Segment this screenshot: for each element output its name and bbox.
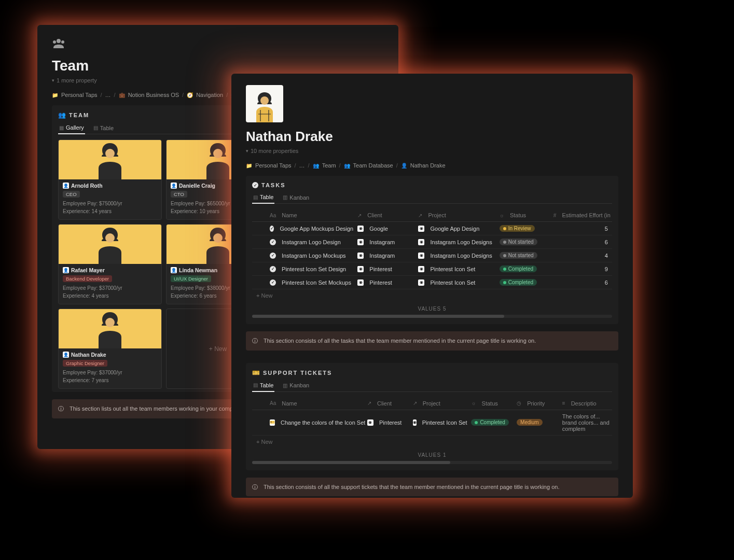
role-tag: CTO xyxy=(171,191,187,198)
avatar-cover xyxy=(59,225,161,264)
check-icon: ✓ xyxy=(252,182,258,188)
horizontal-scrollbar[interactable] xyxy=(252,461,612,464)
project-icon: ◉ xyxy=(418,266,424,272)
kanban-icon: ▥ xyxy=(283,383,287,388)
tickets-database: 🎫SUPPORT TICKETS ▤Table ▥Kanban Aa Name … xyxy=(246,363,618,470)
team-card[interactable]: 👤Rafael MayerBackend DeveloperEmployee P… xyxy=(58,224,162,304)
svg-point-6 xyxy=(105,233,115,243)
team-card[interactable]: 👤Arnold RothCEOEmployee Pay: $75000/yrEx… xyxy=(58,139,162,220)
check-icon: ✓ xyxy=(270,226,274,232)
table-row[interactable]: 🎫 Change the colors of the Icon Set to d… xyxy=(252,410,612,436)
new-row-button[interactable]: + New xyxy=(252,436,612,448)
person-icon: 👤 xyxy=(171,183,177,189)
more-properties-toggle[interactable]: ▾ 10 more properties xyxy=(246,148,618,154)
kanban-icon: ▥ xyxy=(283,194,287,200)
table-row[interactable]: ✓ Pinterest Icon Set Design◉ Pinterest◉ … xyxy=(252,262,612,276)
db-title[interactable]: TASKS xyxy=(261,182,285,188)
project-icon: ◉ xyxy=(413,419,417,426)
db-title[interactable]: SUPPORT TICKETS xyxy=(263,370,332,376)
exp-text: Experience: 14 years xyxy=(63,207,157,215)
ticket-icon: 🎫 xyxy=(252,369,260,376)
exp-text: Experience: 4 years xyxy=(63,292,157,300)
info-text: This section consists of all the tasks t… xyxy=(264,337,536,345)
member-name: Linda Newman xyxy=(179,267,217,273)
table-row[interactable]: ✓ Instagram Logo Mockups◉ Instagram◉ Ins… xyxy=(252,249,612,262)
client-icon: ◉ xyxy=(367,419,373,426)
status-badge: Completed xyxy=(500,265,537,272)
person-icon: 👤 xyxy=(171,267,177,273)
svg-point-4 xyxy=(213,149,223,158)
check-icon: ✓ xyxy=(270,239,276,245)
view-table[interactable]: ▤Table xyxy=(252,380,274,392)
avatar-cover xyxy=(59,309,161,348)
member-name: Rafael Mayer xyxy=(71,267,105,273)
status-badge: Completed xyxy=(500,279,537,286)
effort-value: 4 xyxy=(551,253,612,259)
table-header: Aa Name ↗ Client ↗ Project ☼ Status ◷ Pr… xyxy=(252,397,612,410)
svg-point-7 xyxy=(213,233,223,243)
team-icon: 👥 xyxy=(58,111,66,119)
desc-text: The colors of... brand colors... and com… xyxy=(560,413,612,432)
table-header: Aa Name ↗ Client ↗ Project ☼ Status # Es… xyxy=(252,209,612,222)
check-icon: ✓ xyxy=(270,253,276,259)
breadcrumb[interactable]: 📁Personal Taps/ …/ 👥Team/ 👥Team Database… xyxy=(246,162,618,169)
role-tag: Graphic Designer xyxy=(63,360,107,367)
client-icon: ◉ xyxy=(357,226,364,232)
view-kanban[interactable]: ▥Kanban xyxy=(282,380,310,391)
view-kanban[interactable]: ▥Kanban xyxy=(282,192,310,203)
svg-point-0 xyxy=(57,39,61,43)
avatar-cover xyxy=(59,140,161,179)
table-row[interactable]: ✓ Google App Mockups Design◉ Google◉ Goo… xyxy=(252,222,612,235)
role-tag: CEO xyxy=(63,191,80,198)
page-title: Team xyxy=(52,58,384,74)
svg-point-3 xyxy=(105,149,115,158)
gallery-icon: ▦ xyxy=(59,125,64,131)
table-icon: ▤ xyxy=(253,194,258,200)
client-icon: ◉ xyxy=(357,253,364,259)
status-badge: Completed xyxy=(471,419,508,426)
project-icon: ◉ xyxy=(418,279,424,286)
view-table[interactable]: ▤Table xyxy=(252,191,274,204)
table-row[interactable]: ✓ Instagram Logo Design◉ Instagram◉ Inst… xyxy=(252,235,612,249)
chevron-down-icon: ▾ xyxy=(52,78,54,83)
folder-icon: 📁 xyxy=(52,92,58,98)
number-icon: # xyxy=(553,213,557,218)
horizontal-scrollbar[interactable] xyxy=(252,315,612,318)
db-title[interactable]: TEAM xyxy=(69,112,89,118)
effort-value: 5 xyxy=(551,226,612,232)
task-name: Pinterest Icon Set Design xyxy=(282,266,346,272)
table-icon: ▤ xyxy=(253,382,258,388)
svg-point-2 xyxy=(61,40,64,44)
effort-value: 6 xyxy=(551,279,612,286)
more-properties-label: 1 more property xyxy=(57,77,97,83)
team-card[interactable]: 👤Nathan DrakeGraphic DesignerEmployee Pa… xyxy=(58,309,162,389)
page-title: Nathan Drake xyxy=(246,129,618,145)
team-icon xyxy=(52,36,384,52)
task-name: Pinterest Icon Set Mockups xyxy=(282,279,351,286)
status-badge: Not started xyxy=(500,239,537,245)
new-row-button[interactable]: + New xyxy=(252,289,612,302)
task-name: Instagram Logo Mockups xyxy=(282,253,346,259)
relation-icon: ↗ xyxy=(357,213,362,218)
view-table[interactable]: ▤Table xyxy=(92,122,115,134)
member-name: Arnold Roth xyxy=(71,183,103,189)
pay-text: Employee Pay: $37000/yr xyxy=(63,369,157,376)
svg-point-10 xyxy=(260,96,269,105)
svg-point-9 xyxy=(105,318,115,327)
client-icon: ◉ xyxy=(357,266,364,272)
page-avatar[interactable] xyxy=(246,85,283,122)
info-text: This section consists of all the support… xyxy=(264,483,559,492)
relation-icon: ↗ xyxy=(418,213,422,218)
priority-badge: Medium xyxy=(517,419,543,426)
effort-value: 6 xyxy=(551,239,612,245)
client-icon: ◉ xyxy=(357,239,364,245)
project-icon: ◉ xyxy=(418,239,424,245)
project-icon: ◉ xyxy=(418,253,424,259)
status-icon: ☼ xyxy=(500,213,504,218)
nav-icon: 🧭 xyxy=(187,92,193,98)
exp-text: Experience: 7 years xyxy=(63,376,157,384)
effort-value: 9 xyxy=(551,266,612,272)
view-gallery[interactable]: ▦Gallery xyxy=(58,122,85,134)
chevron-down-icon: ▾ xyxy=(246,148,248,153)
table-row[interactable]: ✓ Pinterest Icon Set Mockups◉ Pinterest◉… xyxy=(252,276,612,289)
